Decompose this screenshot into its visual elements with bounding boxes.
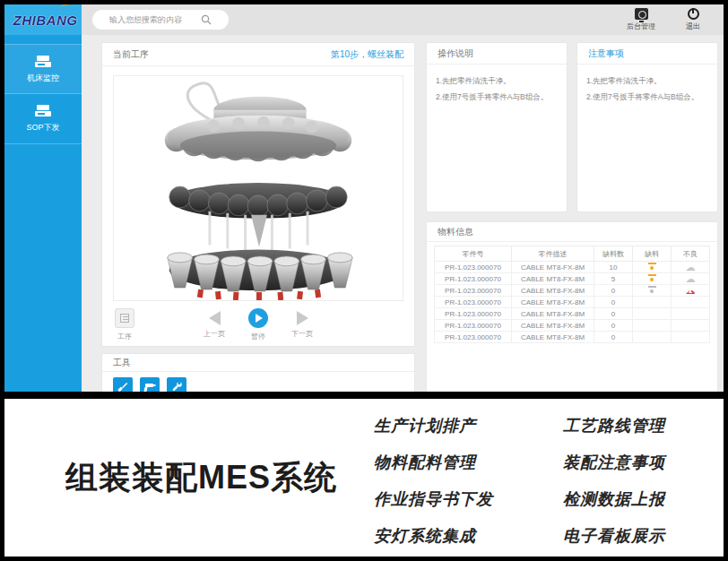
cell-part-no: PR-1.023.000070 xyxy=(435,273,512,285)
feature-item: 安灯系统集成 xyxy=(374,525,493,547)
table-header-row: 零件号 零件描述 缺料数 缺料 不良 xyxy=(435,246,710,262)
materials-title: 物料信息 xyxy=(438,226,473,238)
topbar: 后台管理 退出 xyxy=(82,4,724,35)
table-row: PR-1.023.000070 CABLE MT8-FX-8M 0 xyxy=(435,285,710,297)
table-row: PR-1.023.000070 CABLE MT8-FX-8M 0 xyxy=(435,308,710,320)
material-call-icon[interactable] xyxy=(648,274,656,282)
mes-app-window: 机床监控 SOP下发 ZHIBANG xyxy=(4,4,724,392)
exit-button[interactable]: 退出 xyxy=(686,8,700,31)
tool-screwdriver[interactable]: 起子 xyxy=(113,377,133,392)
cell-shortage-count: 10 xyxy=(594,262,633,273)
cell-shortage-count: 0 xyxy=(594,308,633,320)
search-box[interactable] xyxy=(92,10,229,30)
cell-part-desc: CABLE MT8-FX-8M xyxy=(511,320,594,332)
process-list-button[interactable]: 工序 xyxy=(115,308,134,341)
left-column: 当前工序 第10步，螺丝装配 xyxy=(101,42,415,392)
cell-shortage-count: 5 xyxy=(594,273,633,285)
cell-part-desc: CABLE MT8-FX-8M xyxy=(511,273,594,285)
page-navigation: 上一页 暂停 下一页 xyxy=(204,308,313,341)
prev-page-button[interactable]: 上一页 xyxy=(204,308,225,339)
search-icon[interactable] xyxy=(201,14,212,25)
feature-item: 物料配料管理 xyxy=(374,452,493,473)
drill-icon xyxy=(140,377,160,392)
cell-part-desc: CABLE MT8-FX-8M xyxy=(511,262,594,273)
feature-item: 电子看板展示 xyxy=(563,525,665,547)
cell-shortage-count: 0 xyxy=(594,285,633,297)
admin-monitor-gear-icon xyxy=(635,8,648,20)
tools-header: 工具 xyxy=(102,354,414,372)
feature-list: 生产计划排产 物料配料管理 作业指导书下发 安灯系统集成 工艺路线管理 装配注意… xyxy=(374,415,665,547)
main-content: 当前工序 第10步，螺丝装配 xyxy=(82,35,724,392)
exit-button-label: 退出 xyxy=(686,22,700,31)
next-page-label: 下一页 xyxy=(291,329,313,339)
process-list-label: 工序 xyxy=(117,332,132,341)
cell-part-no: PR-1.023.000070 xyxy=(435,297,512,308)
sidebar-item-label: SOP下发 xyxy=(26,122,59,134)
feature-item: 作业指导书下发 xyxy=(374,488,493,510)
process-image xyxy=(116,76,401,300)
feature-item: 工艺路线管理 xyxy=(563,415,665,436)
sidebar-item-machine-monitor[interactable]: 机床监控 xyxy=(4,44,82,94)
notes-title: 注意事项 xyxy=(588,47,624,60)
cell-part-no: PR-1.023.000070 xyxy=(435,308,512,320)
tool-wrench[interactable]: 扳手 xyxy=(167,377,186,392)
screwdriver-icon xyxy=(113,377,133,392)
machine-monitor-icon xyxy=(34,55,52,69)
pause-label: 暂停 xyxy=(251,332,265,341)
wrench-icon xyxy=(167,377,186,392)
cell-part-desc: CABLE MT8-FX-8M xyxy=(511,297,594,308)
topbar-actions: 后台管理 退出 xyxy=(627,8,700,31)
operation-instructions-body: 1.先把零件清洗干净。 2.使用7号扳手将零件A与B组合。 xyxy=(427,65,567,115)
note-line: 2.使用7号扳手将零件A与B组合。 xyxy=(586,90,708,106)
instruction-line: 1.先把零件清洗干净。 xyxy=(436,73,558,90)
feature-item: 生产计划排产 xyxy=(374,415,493,436)
col-shortage: 缺料 xyxy=(633,246,672,262)
power-icon xyxy=(688,8,699,20)
table-row: PR-1.023.000070 CABLE MT8-FX-8M 10 xyxy=(435,262,710,273)
logo-swoosh-decor xyxy=(61,4,80,11)
caption-band: 组装装配MES系统 生产计划排产 物料配料管理 作业指导书下发 安灯系统集成 工… xyxy=(4,399,724,557)
current-process-panel: 当前工序 第10步，螺丝装配 xyxy=(101,42,415,347)
next-page-button[interactable]: 下一页 xyxy=(291,308,313,339)
material-call-icon[interactable] xyxy=(648,286,656,294)
admin-button[interactable]: 后台管理 xyxy=(627,8,655,31)
cell-part-desc: CABLE MT8-FX-8M xyxy=(511,285,594,297)
app-logo[interactable]: ZHIBANG xyxy=(4,4,86,35)
material-call-icon[interactable] xyxy=(648,263,656,271)
admin-button-label: 后台管理 xyxy=(627,22,655,31)
sidebar-item-sop-dispatch[interactable]: SOP下发 xyxy=(4,94,82,144)
instruction-line: 2.使用7号扳手将零件A与B组合。 xyxy=(436,90,558,106)
table-row: PR-1.023.000070 CABLE MT8-FX-8M 0 xyxy=(435,320,710,332)
cell-shortage-count: 0 xyxy=(594,332,633,343)
sidebar-nav: 机床监控 SOP下发 xyxy=(4,44,82,144)
tools-row: 起子 电钻 xyxy=(102,372,414,392)
table-row: PR-1.023.000070 CABLE MT8-FX-8M 5 xyxy=(435,273,710,285)
cell-shortage-count: 0 xyxy=(594,297,633,308)
notes-panel: 注意事项 1.先把零件清洗干净。 2.使用7号扳手将零件A与B组合。 xyxy=(576,42,718,212)
info-panels-row: 操作说明 1.先把零件清洗干净。 2.使用7号扳手将零件A与B组合。 注意事项 … xyxy=(426,42,718,212)
current-process-title: 当前工序 xyxy=(113,48,149,61)
pause-button[interactable]: 暂停 xyxy=(248,308,268,341)
next-arrow-icon xyxy=(297,311,308,325)
tool-drill[interactable]: 电钻 xyxy=(140,377,160,392)
defect-upload-icon[interactable] xyxy=(685,263,695,272)
table-row: PR-1.023.000070 CABLE MT8-FX-8M 0 xyxy=(435,297,710,308)
defect-upload-icon[interactable] xyxy=(685,274,695,284)
sop-dispatch-icon xyxy=(34,104,52,118)
col-part-no: 零件号 xyxy=(435,246,512,262)
materials-table: 零件号 零件描述 缺料数 缺料 不良 PR-1.023.000070 CABLE… xyxy=(434,246,710,343)
tools-title: 工具 xyxy=(113,357,131,369)
banner-title: 组装装配MES系统 xyxy=(65,456,337,500)
col-shortage-count: 缺料数 xyxy=(594,246,633,262)
process-list-icon xyxy=(115,308,134,328)
tools-panel: 工具 起子 xyxy=(101,353,415,392)
prev-page-label: 上一页 xyxy=(204,329,225,339)
cell-part-no: PR-1.023.000070 xyxy=(435,332,512,343)
cell-part-no: PR-1.023.000070 xyxy=(435,262,512,273)
col-defect: 不良 xyxy=(671,246,709,262)
current-process-header: 当前工序 第10步，螺丝装配 xyxy=(102,43,414,66)
defect-upload-icon[interactable] xyxy=(685,286,695,296)
table-row: PR-1.023.000070 CABLE MT8-FX-8M 0 xyxy=(435,332,710,343)
search-input[interactable] xyxy=(109,15,195,24)
cell-part-desc: CABLE MT8-FX-8M xyxy=(511,308,594,320)
